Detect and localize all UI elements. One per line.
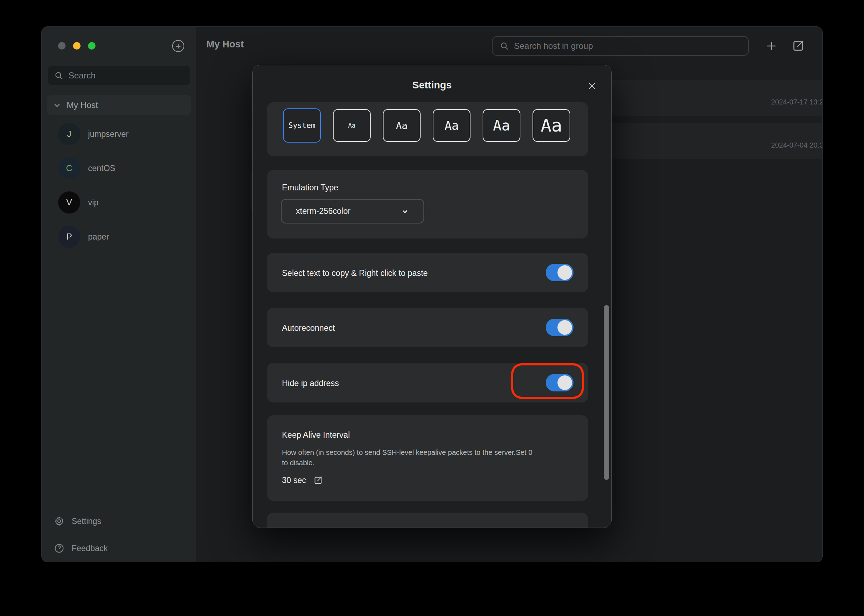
keep-alive-description: How often (in seconds) to send SSH-level… xyxy=(282,447,535,468)
sidebar-item-paper[interactable]: P paper xyxy=(47,226,191,248)
sidebar-item-label: paper xyxy=(88,232,109,242)
sidebar-item-label: centOS xyxy=(88,163,115,173)
next-settings-card-fragment xyxy=(267,512,588,528)
sidebar-group-my-host[interactable]: My Host xyxy=(47,95,191,115)
minimize-window-button[interactable] xyxy=(73,42,80,50)
font-option-xs[interactable]: Aa xyxy=(333,109,371,142)
search-icon xyxy=(500,41,509,50)
zoom-window-button[interactable] xyxy=(88,42,96,50)
emulation-type-card: Emulation Type xterm-256color xyxy=(267,170,588,239)
keep-alive-title: Keep Alive Interval xyxy=(282,430,350,440)
host-timestamp: 2024-07-04 20:31:28 xyxy=(771,141,823,149)
hide-ip-label: Hide ip address xyxy=(282,379,339,388)
help-icon xyxy=(54,543,64,554)
sidebar-item-feedback[interactable]: Feedback xyxy=(54,543,108,554)
font-option-m[interactable]: Aa xyxy=(433,109,470,142)
keep-alive-card: Keep Alive Interval How often (in second… xyxy=(267,415,588,501)
host-timestamp: 2024-07-17 13:27:45 xyxy=(771,98,823,106)
keep-alive-value: 30 sec xyxy=(282,476,306,485)
feedback-label: Feedback xyxy=(72,544,108,553)
emulation-type-select[interactable]: xterm-256color xyxy=(281,199,424,223)
font-size-selector: System Aa Aa Aa Aa Aa xyxy=(283,108,570,143)
emulation-type-label: Emulation Type xyxy=(282,183,338,193)
avatar: J xyxy=(58,123,80,145)
copy-paste-card: Select text to copy & Right click to pas… xyxy=(267,253,588,292)
autoreconnect-label: Autoreconnect xyxy=(282,323,335,333)
screen: + Search My Host J jumps xyxy=(0,0,864,616)
copy-paste-label: Select text to copy & Right click to pas… xyxy=(282,269,428,278)
sidebar: + Search My Host J jumps xyxy=(42,27,196,562)
host-search-input[interactable]: Search host in group xyxy=(492,36,749,56)
emulation-type-value: xterm-256color xyxy=(296,206,350,216)
search-icon xyxy=(54,71,63,80)
font-option-system[interactable]: System xyxy=(283,108,321,143)
sidebar-search-input[interactable]: Search xyxy=(48,66,190,85)
hide-ip-toggle[interactable] xyxy=(546,374,573,391)
settings-label: Settings xyxy=(72,517,101,526)
autoreconnect-toggle[interactable] xyxy=(546,319,573,336)
modal-scrollbar[interactable] xyxy=(604,305,609,480)
traffic-lights xyxy=(58,42,96,50)
sidebar-item-settings[interactable]: Settings xyxy=(54,516,101,526)
font-option-l[interactable]: Aa xyxy=(482,109,520,142)
add-group-button[interactable]: + xyxy=(172,40,184,52)
sidebar-item-centos[interactable]: C centOS xyxy=(47,157,191,179)
copy-paste-toggle[interactable] xyxy=(546,264,573,281)
avatar: C xyxy=(58,157,80,179)
font-size-card: System Aa Aa Aa Aa Aa xyxy=(267,102,588,156)
settings-modal: Settings System Aa Aa Aa Aa Aa Emulation… xyxy=(252,65,612,528)
modal-title: Settings xyxy=(253,80,611,91)
font-option-s[interactable]: Aa xyxy=(383,109,421,142)
sidebar-item-label: jumpserver xyxy=(88,129,129,139)
hide-ip-card: Hide ip address xyxy=(267,363,588,402)
sidebar-group-label: My Host xyxy=(67,100,98,110)
autoreconnect-card: Autoreconnect xyxy=(267,308,588,347)
avatar: V xyxy=(58,192,80,214)
sidebar-item-vip[interactable]: V vip xyxy=(47,192,191,214)
edit-icon[interactable] xyxy=(313,475,323,485)
sidebar-search-placeholder: Search xyxy=(68,71,96,80)
gear-icon xyxy=(54,516,64,526)
chevron-down-icon xyxy=(401,207,409,216)
add-host-button[interactable] xyxy=(764,39,778,53)
sidebar-item-label: vip xyxy=(88,198,98,207)
page-title: My Host xyxy=(206,39,244,50)
close-window-button[interactable] xyxy=(58,42,66,50)
compose-icon[interactable] xyxy=(792,39,806,53)
chevron-down-icon xyxy=(53,101,61,109)
sidebar-item-jumpserver[interactable]: J jumpserver xyxy=(47,123,191,145)
font-option-xl[interactable]: Aa xyxy=(533,109,570,142)
host-search-placeholder: Search host in group xyxy=(514,41,593,51)
close-icon[interactable] xyxy=(586,80,598,92)
avatar: P xyxy=(58,226,80,248)
